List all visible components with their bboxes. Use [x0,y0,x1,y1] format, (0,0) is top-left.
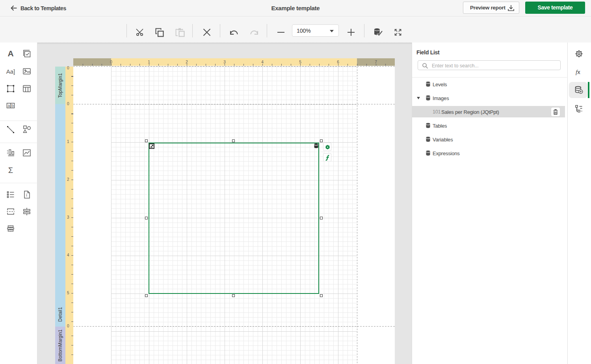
svg-text:b: b [11,103,14,108]
svg-text:a: a [8,103,10,108]
svg-text:i: i [26,193,27,197]
